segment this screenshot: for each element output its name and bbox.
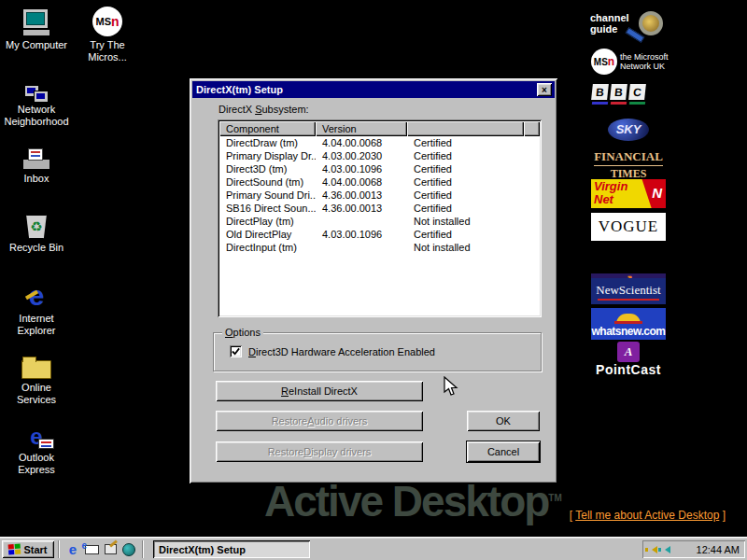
new-scientist-underline <box>598 299 659 301</box>
system-tray: 12:44 AM <box>642 540 745 558</box>
table-cell: 4.04.00.0068 <box>316 136 407 149</box>
inbox-icon <box>0 136 73 170</box>
dialog-titlebar[interactable]: DirectX(tm) Setup × <box>192 81 555 98</box>
table-row[interactable]: DirectInput (tm)Not installed <box>219 241 540 254</box>
my-computer-icon <box>0 3 73 36</box>
desktop-icon-internet-explorer[interactable]: e Internet Explorer <box>0 276 73 337</box>
dialog-title: DirectX(tm) Setup <box>196 84 283 95</box>
quicklaunch-internet-explorer-icon[interactable]: e <box>63 540 82 558</box>
active-desktop-watermark: Active DesktopTM <box>264 476 562 526</box>
d3d-acceleration-checkbox[interactable] <box>230 345 242 357</box>
quicklaunch-outlook-express-icon[interactable] <box>82 540 101 558</box>
desktop-icon-label: Try The Micros... <box>78 39 136 63</box>
channel-vogue[interactable]: VOGUE <box>591 213 666 241</box>
pointcast-label: PointCast <box>591 362 666 377</box>
desktop: My Computer MSn Try The Micros... Networ… <box>0 0 747 560</box>
desktop-icon-outlook-express[interactable]: e Outlook Express <box>0 415 73 476</box>
desktop-icon-label: Recycle Bin <box>0 242 73 254</box>
table-header-cell[interactable] <box>524 121 540 136</box>
checkbox-label: Direct3D Hardware Acceleration Enabled <box>248 346 435 357</box>
msn-icon: MSn <box>591 49 617 75</box>
channel-msn-uk[interactable]: MSnthe Microsoft Network UK <box>591 49 669 75</box>
cancel-button[interactable]: Cancel <box>466 441 541 463</box>
table-cell: 4.03.00.1096 <box>316 228 407 241</box>
channel-guide[interactable]: channel guide <box>590 11 663 35</box>
task-button-directx-setup[interactable]: DirectX(tm) Setup <box>153 540 310 558</box>
channel-bbc[interactable]: BBC <box>592 84 645 105</box>
start-button[interactable]: Start <box>2 540 54 558</box>
desktop-icon-my-computer[interactable]: My Computer <box>0 3 73 51</box>
tell-me-about-active-desktop-link[interactable]: [ Tell me about Active Desktop ] <box>570 509 726 522</box>
table-cell: Direct3D (tm) <box>219 162 316 175</box>
desktop-icon-online-services[interactable]: Online Services <box>0 345 73 406</box>
component-table-body[interactable]: DirectDraw (tm)4.04.00.0068CertifiedPrim… <box>219 136 540 315</box>
desktop-icon-label: Inbox <box>0 173 73 185</box>
network-neighborhood-icon <box>0 67 73 101</box>
table-cell: Certified <box>407 228 524 241</box>
desktop-icon-recycle-bin[interactable]: ♻ Recycle Bin <box>0 205 73 254</box>
quicklaunch-view-channels-icon[interactable] <box>120 540 138 558</box>
volume-speaker-icon[interactable] <box>648 546 657 553</box>
desktop-icon-label: My Computer <box>0 39 73 51</box>
channel-financial-times[interactable]: FINANCIAL TIMES <box>591 147 666 181</box>
channel-pointcast[interactable]: A PointCast <box>591 342 666 377</box>
table-cell: Old DirectPlay <box>219 228 316 241</box>
recycle-bin-icon: ♻ <box>0 205 73 239</box>
table-cell: DirectPlay (tm) <box>219 215 316 228</box>
table-header-cell[interactable]: Component <box>219 121 316 136</box>
table-cell: 4.03.00.2030 <box>316 149 407 162</box>
table-row[interactable]: Primary Display Dr...4.03.00.2030Certifi… <box>219 149 540 162</box>
table-header-cell[interactable]: Version <box>316 121 407 136</box>
table-cell: Certified <box>407 149 524 162</box>
pointcast-icon: A <box>617 342 640 362</box>
channel-sky[interactable]: SKY <box>591 114 666 145</box>
sun-icon <box>616 314 641 324</box>
table-cell: Certified <box>407 162 524 175</box>
windows-flag-icon <box>8 543 21 555</box>
reinstall-directx-button[interactable]: ReInstall DirectX <box>216 381 423 401</box>
options-groupbox: Options Direct3D Hardware Acceleration E… <box>213 332 542 371</box>
virgin-label: VirginNet <box>594 180 627 206</box>
table-cell: Primary Sound Dri... <box>219 189 316 202</box>
msn-uk-label: the Microsoft Network UK <box>620 52 669 71</box>
subsystem-label: DirectX Subsystem: <box>218 104 309 115</box>
desktop-icon-label: Outlook Express <box>9 452 63 476</box>
msn-icon: MSn <box>71 3 144 36</box>
table-cell: 4.03.00.1096 <box>316 162 407 175</box>
table-row[interactable]: SB16 Direct Soun...4.36.00.0013Certified <box>219 202 540 215</box>
bbc-stripes <box>592 102 645 105</box>
outlook-express-icon: e <box>0 415 73 449</box>
table-header-cell[interactable] <box>407 121 524 136</box>
table-cell: DirectInput (tm) <box>219 241 316 254</box>
channel-whatsnew[interactable]: whatsnew.com <box>591 308 666 340</box>
table-row[interactable]: Old DirectPlay4.03.00.1096Certified <box>219 228 540 241</box>
vogue-logo: VOGUE <box>599 217 659 236</box>
audio-device-speaker-icon[interactable] <box>661 546 670 553</box>
folder-icon <box>0 345 73 379</box>
table-row[interactable]: DirectPlay (tm)Not installed <box>219 215 540 228</box>
table-cell: 4.36.00.0013 <box>316 189 407 202</box>
table-cell: SB16 Direct Soun... <box>219 202 316 215</box>
desktop-icon-try-msn[interactable]: MSn Try The Micros... <box>71 3 144 63</box>
start-label: Start <box>23 544 47 555</box>
table-row[interactable]: Primary Sound Dri...4.36.00.0013Certifie… <box>219 189 540 202</box>
tray-clock: 12:44 AM <box>697 544 740 555</box>
magnifier-icon <box>639 11 663 35</box>
channel-new-scientist[interactable]: NewScientist <box>591 278 666 304</box>
desktop-icon-network-neighborhood[interactable]: Network Neighborhood <box>0 67 73 128</box>
checkbox-row: Direct3D Hardware Acceleration Enabled <box>230 345 435 357</box>
table-cell: Certified <box>407 175 524 189</box>
ok-button[interactable]: OK <box>467 411 540 431</box>
close-icon[interactable]: × <box>537 83 552 96</box>
table-row[interactable]: DirectSound (tm)4.04.00.0068Certified <box>219 175 540 189</box>
table-row[interactable]: Direct3D (tm)4.03.00.1096Certified <box>219 162 540 175</box>
desktop-icon-inbox[interactable]: Inbox <box>0 136 73 185</box>
table-cell: Certified <box>407 202 524 215</box>
quicklaunch-show-desktop-icon[interactable] <box>101 540 120 558</box>
component-listview[interactable]: ComponentVersion DirectDraw (tm)4.04.00.… <box>218 119 542 317</box>
restore-display-drivers-button: Restore Display drivers <box>216 441 423 462</box>
channel-virgin-net[interactable]: VirginNet N <box>591 179 666 208</box>
table-row[interactable]: DirectDraw (tm)4.04.00.0068Certified <box>219 136 540 149</box>
component-table-header[interactable]: ComponentVersion <box>219 121 540 136</box>
whatsnew-label: whatsnew.com <box>592 325 666 338</box>
